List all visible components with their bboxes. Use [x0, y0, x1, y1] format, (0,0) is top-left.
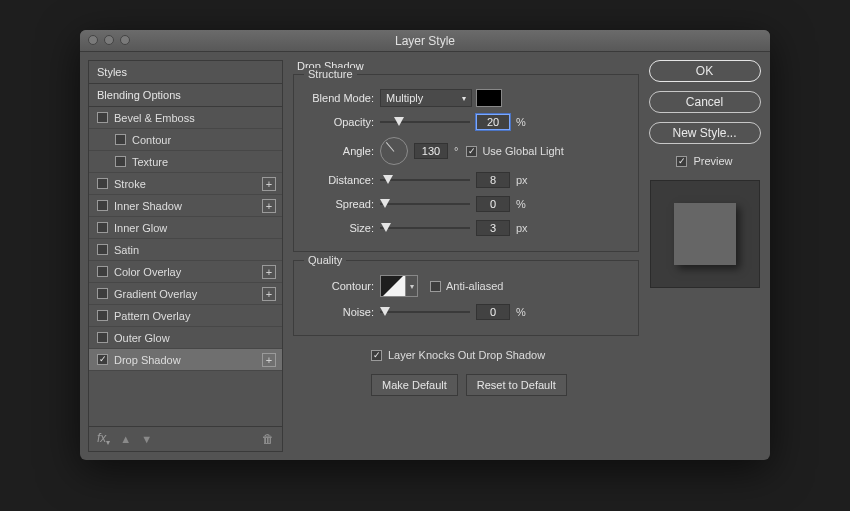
checkbox-gradient-overlay[interactable]	[97, 288, 108, 299]
distance-label: Distance:	[304, 174, 380, 186]
sidebar-item-label: Texture	[132, 156, 168, 168]
angle-dial[interactable]	[380, 137, 408, 165]
checkbox-inner-shadow[interactable]	[97, 200, 108, 211]
opacity-slider[interactable]	[380, 115, 470, 129]
blend-mode-select[interactable]: Multiply ▾	[380, 89, 472, 107]
noise-input[interactable]	[476, 304, 510, 320]
checkbox-outer-glow[interactable]	[97, 332, 108, 343]
dialog-content: Styles Blending Options Bevel & Emboss C…	[80, 52, 770, 460]
distance-slider[interactable]	[380, 173, 470, 187]
add-inner-shadow-icon[interactable]: +	[262, 199, 276, 213]
checkbox-preview[interactable]	[676, 156, 687, 167]
move-down-icon[interactable]: ▼	[141, 433, 152, 445]
contour-dropdown-icon[interactable]: ▾	[406, 275, 418, 297]
sidebar-item-bevel-emboss[interactable]: Bevel & Emboss	[89, 107, 282, 129]
sidebar-blending-options[interactable]: Blending Options	[89, 84, 282, 107]
quality-fieldset: Quality Contour: ▾ Anti-aliased Noise:	[293, 260, 639, 336]
cancel-button[interactable]: Cancel	[649, 91, 761, 113]
close-icon[interactable]	[88, 35, 98, 45]
sidebar-item-drop-shadow[interactable]: Drop Shadow +	[89, 349, 282, 371]
checkbox-antialias[interactable]	[430, 281, 441, 292]
make-default-button[interactable]: Make Default	[371, 374, 458, 396]
shadow-color-swatch[interactable]	[476, 89, 502, 107]
minimize-icon[interactable]	[104, 35, 114, 45]
add-color-overlay-icon[interactable]: +	[262, 265, 276, 279]
sidebar-item-label: Bevel & Emboss	[114, 112, 195, 124]
sidebar-item-inner-glow[interactable]: Inner Glow	[89, 217, 282, 239]
contour-label: Contour:	[304, 280, 380, 292]
checkbox-knockout[interactable]	[371, 350, 382, 361]
sidebar-footer: fx▾ ▲ ▼ 🗑	[89, 426, 282, 451]
noise-label: Noise:	[304, 306, 380, 318]
sidebar-item-label: Stroke	[114, 178, 146, 190]
right-panel: OK Cancel New Style... Preview	[645, 52, 770, 460]
angle-label: Angle:	[304, 145, 380, 157]
reset-default-button[interactable]: Reset to Default	[466, 374, 567, 396]
sidebar-item-pattern-overlay[interactable]: Pattern Overlay	[89, 305, 282, 327]
contour-picker[interactable]	[380, 275, 406, 297]
move-up-icon[interactable]: ▲	[120, 433, 131, 445]
styles-sidebar: Styles Blending Options Bevel & Emboss C…	[88, 60, 283, 452]
sidebar-item-gradient-overlay[interactable]: Gradient Overlay +	[89, 283, 282, 305]
effect-panel: Drop Shadow Structure Blend Mode: Multip…	[283, 52, 645, 460]
distance-unit: px	[516, 174, 528, 186]
spread-label: Spread:	[304, 198, 380, 210]
chevron-down-icon: ▾	[462, 94, 466, 103]
add-gradient-overlay-icon[interactable]: +	[262, 287, 276, 301]
sidebar-item-label: Drop Shadow	[114, 354, 181, 366]
checkbox-use-global-light[interactable]	[466, 146, 477, 157]
checkbox-drop-shadow[interactable]	[97, 354, 108, 365]
checkbox-pattern-overlay[interactable]	[97, 310, 108, 321]
trash-icon[interactable]: 🗑	[262, 432, 274, 446]
ok-button[interactable]: OK	[649, 60, 761, 82]
window-controls	[88, 35, 130, 45]
distance-input[interactable]	[476, 172, 510, 188]
sidebar-item-inner-shadow[interactable]: Inner Shadow +	[89, 195, 282, 217]
sidebar-item-label: Pattern Overlay	[114, 310, 190, 322]
checkbox-satin[interactable]	[97, 244, 108, 255]
new-style-button[interactable]: New Style...	[649, 122, 761, 144]
size-input[interactable]	[476, 220, 510, 236]
add-drop-shadow-icon[interactable]: +	[262, 353, 276, 367]
sidebar-item-label: Contour	[132, 134, 171, 146]
sidebar-item-label: Gradient Overlay	[114, 288, 197, 300]
sidebar-item-outer-glow[interactable]: Outer Glow	[89, 327, 282, 349]
preview-label: Preview	[693, 155, 732, 167]
dialog-title: Layer Style	[395, 34, 455, 48]
sidebar-item-label: Inner Shadow	[114, 200, 182, 212]
layer-style-dialog: Layer Style Styles Blending Options Beve…	[80, 30, 770, 460]
size-slider[interactable]	[380, 221, 470, 235]
sidebar-item-texture[interactable]: Texture	[89, 151, 282, 173]
antialias-label: Anti-aliased	[446, 280, 503, 292]
angle-unit: °	[454, 145, 458, 157]
spread-unit: %	[516, 198, 526, 210]
fx-menu-icon[interactable]: fx▾	[97, 431, 110, 447]
checkbox-bevel[interactable]	[97, 112, 108, 123]
spread-slider[interactable]	[380, 197, 470, 211]
sidebar-item-label: Satin	[114, 244, 139, 256]
opacity-unit: %	[516, 116, 526, 128]
sidebar-item-stroke[interactable]: Stroke +	[89, 173, 282, 195]
sidebar-item-contour[interactable]: Contour	[89, 129, 282, 151]
sidebar-item-label: Inner Glow	[114, 222, 167, 234]
sidebar-item-color-overlay[interactable]: Color Overlay +	[89, 261, 282, 283]
quality-legend: Quality	[304, 254, 346, 266]
checkbox-inner-glow[interactable]	[97, 222, 108, 233]
opacity-input[interactable]	[476, 114, 510, 130]
titlebar: Layer Style	[80, 30, 770, 52]
angle-input[interactable]	[414, 143, 448, 159]
checkbox-color-overlay[interactable]	[97, 266, 108, 277]
checkbox-stroke[interactable]	[97, 178, 108, 189]
structure-legend: Structure	[304, 68, 357, 80]
use-global-light-label: Use Global Light	[482, 145, 563, 157]
noise-slider[interactable]	[380, 305, 470, 319]
spread-input[interactable]	[476, 196, 510, 212]
sidebar-item-label: Color Overlay	[114, 266, 181, 278]
preview-box	[650, 180, 760, 288]
sidebar-item-satin[interactable]: Satin	[89, 239, 282, 261]
checkbox-contour[interactable]	[115, 134, 126, 145]
add-stroke-icon[interactable]: +	[262, 177, 276, 191]
checkbox-texture[interactable]	[115, 156, 126, 167]
zoom-icon[interactable]	[120, 35, 130, 45]
sidebar-styles-header[interactable]: Styles	[89, 61, 282, 84]
